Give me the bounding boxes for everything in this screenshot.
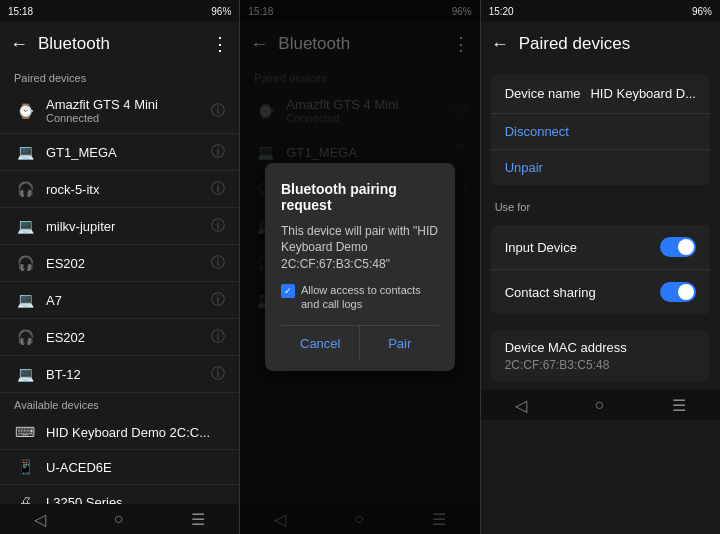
allow-contacts-label: Allow access to contacts and call logs — [301, 283, 439, 312]
time-1: 15:18 — [8, 6, 33, 17]
status-bar-1: 15:18 96% — [0, 0, 239, 22]
watch-icon: ⌚ — [14, 103, 36, 119]
input-device-row[interactable]: Input Device — [491, 225, 710, 270]
dialog-title: Bluetooth pairing request — [281, 181, 439, 213]
headphone-icon-es202-2: 🎧 — [14, 329, 36, 345]
battery-3: 96% — [692, 6, 712, 17]
panel1: 15:18 96% ← Bluetooth ⋮ Paired devices ⌚… — [0, 0, 240, 534]
info-icon-milkv[interactable]: ⓘ — [211, 217, 225, 235]
device-list-1: Paired devices ⌚ Amazfit GTS 4 Mini Conn… — [0, 66, 239, 504]
info-icon-es202-2[interactable]: ⓘ — [211, 328, 225, 346]
use-for-section: Input Device Contact sharing — [491, 225, 710, 314]
mac-row: Device MAC address 2C:CF:67:B3:C5:48 — [491, 330, 710, 382]
device-es202-1[interactable]: 🎧 ES202 ⓘ — [0, 245, 239, 282]
printer-icon-l3250: 🖨 — [14, 494, 36, 504]
device-amazfit[interactable]: ⌚ Amazfit GTS 4 Mini Connected ⓘ — [0, 88, 239, 134]
pair-button[interactable]: Pair — [360, 326, 439, 361]
device-name-row: Device name HID Keyboard D... — [491, 74, 710, 114]
battery-1: 96% — [211, 6, 231, 17]
laptop-icon-gt1: 💻 — [14, 144, 36, 160]
available-section-header: Available devices — [0, 393, 239, 415]
dialog-buttons: Cancel Pair — [281, 325, 439, 361]
allow-contacts-checkbox[interactable]: ✓ — [281, 284, 295, 298]
nav-home-1[interactable]: ○ — [114, 510, 124, 528]
paired-section-header: Paired devices — [0, 66, 239, 88]
page-title-1: Bluetooth — [38, 34, 201, 54]
unpair-button[interactable]: Unpair — [491, 150, 710, 185]
device-name-label: Device name — [505, 86, 581, 101]
info-icon-amazfit[interactable]: ⓘ — [211, 102, 225, 120]
device-name-value: HID Keyboard D... — [590, 86, 696, 101]
input-device-toggle[interactable] — [660, 237, 696, 257]
nav-recent-1[interactable]: ☰ — [191, 510, 205, 529]
keyboard-icon-hid: ⌨ — [14, 424, 36, 440]
device-milkv[interactable]: 💻 milkv-jupiter ⓘ — [0, 208, 239, 245]
device-status-amazfit: Connected — [46, 112, 201, 124]
input-device-label: Input Device — [505, 240, 577, 255]
headphone-icon-es202-1: 🎧 — [14, 255, 36, 271]
nav-bar-3: ◁ ○ ☰ — [481, 390, 720, 420]
dialog-checkbox-row[interactable]: ✓ Allow access to contacts and call logs — [281, 283, 439, 312]
contact-sharing-row[interactable]: Contact sharing — [491, 270, 710, 314]
info-icon-a7[interactable]: ⓘ — [211, 291, 225, 309]
device-name-amazfit: Amazfit GTS 4 Mini — [46, 97, 201, 112]
panel2: 15:18 96% ← Bluetooth ⋮ Paired devices ⌚… — [240, 0, 480, 534]
nav-home-3[interactable]: ○ — [594, 396, 604, 414]
contact-sharing-toggle[interactable] — [660, 282, 696, 302]
pairing-dialog-overlay: Bluetooth pairing request This device wi… — [240, 0, 479, 534]
cancel-button[interactable]: Cancel — [281, 326, 360, 361]
device-es202-2[interactable]: 🎧 ES202 ⓘ — [0, 319, 239, 356]
device-hid[interactable]: ⌨ HID Keyboard Demo 2C:C... — [0, 415, 239, 450]
phone-icon-uaced: 📱 — [14, 459, 36, 475]
nav-recent-3[interactable]: ☰ — [672, 396, 686, 415]
back-button-3[interactable]: ← — [491, 34, 509, 55]
device-info-amazfit: Amazfit GTS 4 Mini Connected — [46, 97, 201, 124]
nav-back-3[interactable]: ◁ — [515, 396, 527, 415]
use-for-header: Use for — [481, 193, 720, 217]
dialog-body: This device will pair with "HID Keyboard… — [281, 223, 439, 273]
device-uaced[interactable]: 📱 U-ACED6E — [0, 450, 239, 485]
status-bar-3: 15:20 96% — [481, 0, 720, 22]
back-button-1[interactable]: ← — [10, 34, 28, 55]
more-icon-1[interactable]: ⋮ — [211, 33, 229, 55]
nav-back-1[interactable]: ◁ — [34, 510, 46, 529]
info-icon-rock[interactable]: ⓘ — [211, 180, 225, 198]
info-icon-es202-1[interactable]: ⓘ — [211, 254, 225, 272]
info-icon-gt1[interactable]: ⓘ — [211, 143, 225, 161]
contact-sharing-label: Contact sharing — [505, 285, 596, 300]
page-title-3: Paired devices — [519, 34, 710, 54]
panel3: 15:20 96% ← Paired devices Device name H… — [481, 0, 720, 534]
device-l3250[interactable]: 🖨 L3250 Series — [0, 485, 239, 504]
device-info-section: Device name HID Keyboard D... Disconnect… — [491, 74, 710, 185]
mac-value: 2C:CF:67:B3:C5:48 — [505, 358, 696, 372]
mac-label: Device MAC address — [505, 340, 696, 355]
device-gt1[interactable]: 💻 GT1_MEGA ⓘ — [0, 134, 239, 171]
pairing-dialog: Bluetooth pairing request This device wi… — [265, 163, 455, 372]
info-icon-bt12[interactable]: ⓘ — [211, 365, 225, 383]
top-bar-3: ← Paired devices — [481, 22, 720, 66]
mac-section: Device MAC address 2C:CF:67:B3:C5:48 — [491, 330, 710, 382]
laptop-icon-milkv: 💻 — [14, 218, 36, 234]
device-bt12[interactable]: 💻 BT-12 ⓘ — [0, 356, 239, 393]
device-a7[interactable]: 💻 A7 ⓘ — [0, 282, 239, 319]
time-3: 15:20 — [489, 6, 514, 17]
nav-bar-1: ◁ ○ ☰ — [0, 504, 239, 534]
top-bar-1: ← Bluetooth ⋮ — [0, 22, 239, 66]
device-rock[interactable]: 🎧 rock-5-itx ⓘ — [0, 171, 239, 208]
disconnect-button[interactable]: Disconnect — [491, 114, 710, 150]
laptop-icon-bt12: 💻 — [14, 366, 36, 382]
laptop-icon-a7: 💻 — [14, 292, 36, 308]
headphone-icon-rock: 🎧 — [14, 181, 36, 197]
